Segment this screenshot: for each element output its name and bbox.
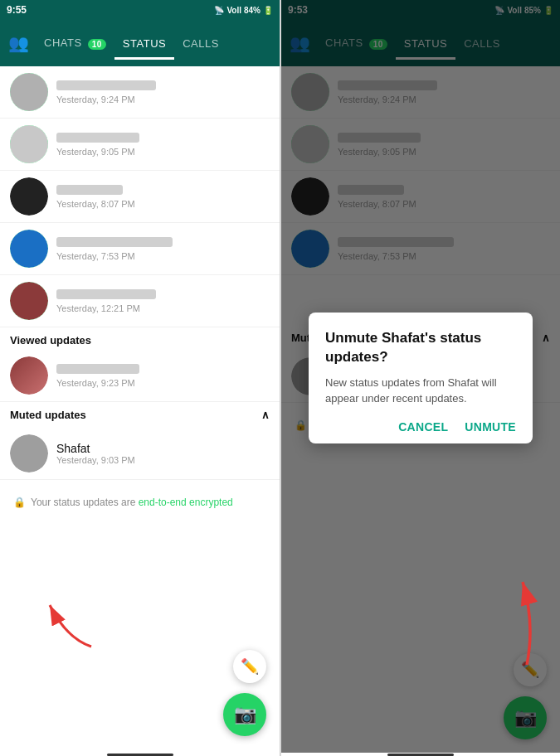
shafat-name-left: Shafat	[56, 442, 270, 455]
bottom-pill-left	[107, 754, 173, 756]
avatar-2	[10, 125, 48, 163]
encryption-notice-left: 🔒 Your status updates are end-to-end enc…	[0, 487, 280, 518]
right-panel: 9:53 📡 Voll 85% 🔋 👥 Chats 10 Status C	[280, 0, 560, 756]
lock-icon-left: 🔒	[13, 497, 26, 508]
fab-area-left: ✏️ 📷	[223, 650, 266, 736]
camera-icon-left: 📷	[234, 704, 256, 725]
cancel-button[interactable]: Cancel	[398, 420, 448, 434]
avatar-3	[10, 177, 48, 216]
unmute-dialog: Unmute Shafat's status updates? New stat…	[309, 313, 533, 443]
arrow-left	[25, 589, 124, 655]
dialog-body: New status updates from Shafat will appe…	[325, 375, 516, 407]
status-row-1[interactable]: Yesterday, 9:24 PM	[0, 66, 280, 119]
name-blurred-v1	[56, 364, 139, 374]
muted-row-1[interactable]: Shafat Yesterday, 9:03 PM	[0, 428, 280, 480]
tab-calls-left[interactable]: Calls	[174, 31, 227, 56]
time-4: Yesterday, 7:53 PM	[56, 251, 270, 261]
avatar-shafat-left	[10, 434, 48, 472]
tab-status-left[interactable]: Status	[114, 31, 174, 56]
time-3: Yesterday, 8:07 PM	[56, 199, 270, 209]
status-row-2[interactable]: Yesterday, 9:05 PM	[0, 119, 280, 171]
dialog-buttons: Cancel Unmute	[325, 420, 516, 434]
chevron-up-icon-left[interactable]: ∧	[261, 409, 270, 421]
tab-chats-left[interactable]: Chats 10	[36, 30, 114, 56]
time-5: Yesterday, 12:21 PM	[56, 303, 270, 313]
name-blurred-5	[56, 289, 156, 299]
time-left: 9:55	[7, 4, 27, 16]
dialog-title: Unmute Shafat's status updates?	[325, 329, 516, 366]
status-content-left: Yesterday, 9:24 PM Yesterday, 9:05 PM Ye…	[0, 66, 280, 753]
bottom-bar-left	[0, 753, 280, 756]
chats-badge-left: 10	[88, 39, 106, 50]
avatar-viewed-1	[10, 356, 48, 395]
status-row-5[interactable]: Yesterday, 12:21 PM	[0, 275, 280, 327]
muted-label-left: Muted updates	[10, 409, 86, 421]
viewed-label: Viewed updates	[0, 327, 280, 350]
name-blurred-3	[56, 185, 123, 195]
unmute-button[interactable]: Unmute	[465, 420, 516, 434]
dialog-overlay: Unmute Shafat's status updates? New stat…	[281, 0, 560, 756]
bottom-pill-right	[387, 754, 454, 756]
status-row-4[interactable]: Yesterday, 7:53 PM	[0, 223, 280, 275]
name-blurred-1	[56, 80, 156, 90]
pencil-icon-left: ✏️	[241, 657, 259, 676]
name-blurred-2	[56, 133, 139, 143]
avatar-5	[10, 282, 48, 320]
time-v1: Yesterday, 9:23 PM	[56, 378, 270, 388]
bottom-bar-right	[281, 753, 560, 756]
avatar-1	[10, 73, 48, 111]
contacts-icon: 👥	[8, 33, 29, 53]
time-2: Yesterday, 9:05 PM	[56, 147, 270, 157]
app-header-left: 👥 Chats 10 Status Calls	[0, 20, 280, 66]
status-row-3[interactable]: Yesterday, 8:07 PM	[0, 171, 280, 223]
avatar-4	[10, 230, 48, 268]
camera-fab-left[interactable]: 📷	[223, 693, 266, 736]
status-icons-left: 📡 Voll 84% 🔋	[214, 6, 273, 15]
pencil-fab-left[interactable]: ✏️	[233, 650, 266, 683]
status-bar-left: 9:55 📡 Voll 84% 🔋	[0, 0, 280, 20]
tabs-row-left: Chats 10 Status Calls	[36, 30, 271, 56]
viewed-row-1[interactable]: Yesterday, 9:23 PM	[0, 350, 280, 402]
time-1: Yesterday, 9:24 PM	[56, 94, 270, 104]
muted-header-left: Muted updates ∧	[0, 402, 280, 428]
shafat-time-left: Yesterday, 9:03 PM	[56, 455, 270, 465]
left-panel: 9:55 📡 Voll 84% 🔋 👥 Chats 10 Status Call…	[0, 0, 280, 756]
encryption-link-left[interactable]: end-to-end encrypted	[139, 497, 233, 508]
name-blurred-4	[56, 237, 173, 247]
